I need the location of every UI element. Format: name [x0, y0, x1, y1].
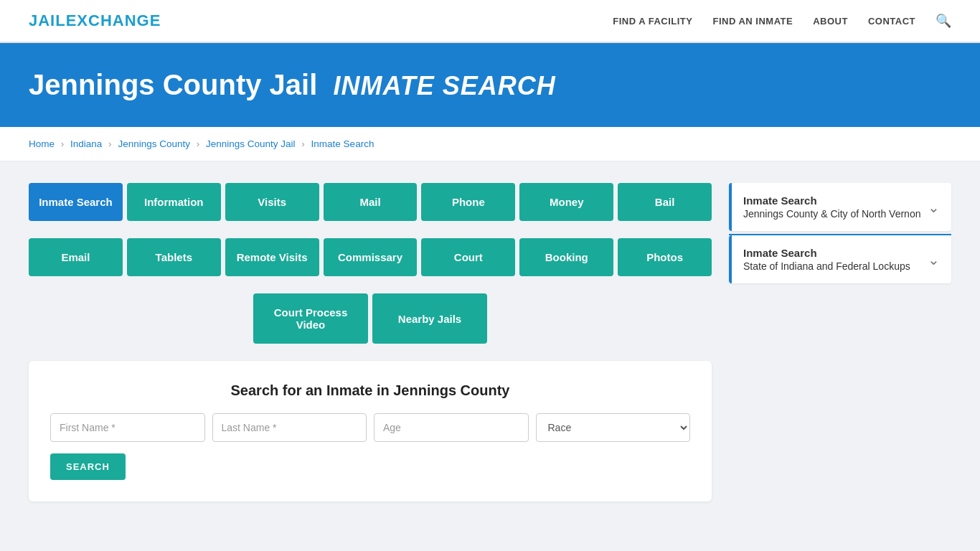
- sep2: ›: [108, 138, 112, 149]
- left-column: Inmate Search Information Visits Mail Ph…: [29, 183, 712, 501]
- race-select[interactable]: Race White Black Hispanic Asian Other: [536, 413, 691, 442]
- nav-about[interactable]: ABOUT: [813, 16, 848, 27]
- search-icon[interactable]: 🔍: [936, 13, 951, 29]
- right-sidebar: Inmate Search Jennings County & City of …: [729, 183, 951, 286]
- btn-bail[interactable]: Bail: [618, 183, 712, 221]
- btn-mail[interactable]: Mail: [324, 183, 418, 221]
- site-header: JAILEXCHANGE FIND A FACILITY FIND AN INM…: [0, 0, 980, 43]
- btn-phone[interactable]: Phone: [421, 183, 515, 221]
- nav-buttons-row2: Email Tablets Remote Visits Commissary C…: [29, 238, 712, 276]
- btn-commissary[interactable]: Commissary: [324, 238, 418, 276]
- btn-court[interactable]: Court: [421, 238, 515, 276]
- sep3: ›: [197, 138, 200, 149]
- nav-find-facility[interactable]: FIND A FACILITY: [613, 16, 692, 27]
- hero-title-sub: INMATE SEARCH: [334, 71, 556, 100]
- search-fields: Race White Black Hispanic Asian Other: [50, 413, 690, 442]
- sidebar-card-state-sub: State of Indiana and Federal Lockups: [743, 260, 910, 272]
- nav-buttons-row1: Inmate Search Information Visits Mail Ph…: [29, 183, 712, 221]
- btn-information[interactable]: Information: [127, 183, 221, 221]
- logo-jail: JAIL: [29, 11, 66, 29]
- btn-booking[interactable]: Booking: [519, 238, 613, 276]
- sidebar-card-local: Inmate Search Jennings County & City of …: [729, 183, 951, 231]
- nav-buttons-row3: Court Process Video Nearby Jails: [29, 293, 712, 344]
- breadcrumb-home[interactable]: Home: [29, 138, 55, 149]
- sidebar-card-state: Inmate Search State of Indiana and Feder…: [729, 235, 951, 283]
- btn-email[interactable]: Email: [29, 238, 123, 276]
- btn-nearby-jails[interactable]: Nearby Jails: [372, 293, 487, 344]
- site-logo[interactable]: JAILEXCHANGE: [29, 11, 161, 30]
- chevron-down-icon-2: ⌄: [928, 251, 940, 268]
- btn-remote-visits[interactable]: Remote Visits: [225, 238, 319, 276]
- logo-exchange: EXCHANGE: [66, 11, 161, 29]
- search-button[interactable]: SEARCH: [50, 453, 126, 480]
- breadcrumb-indiana[interactable]: Indiana: [70, 138, 102, 149]
- breadcrumb-jail[interactable]: Jennings County Jail: [206, 138, 296, 149]
- hero-title: Jennings County Jail INMATE SEARCH: [29, 69, 951, 101]
- last-name-input[interactable]: [212, 413, 367, 442]
- main-content: Inmate Search Information Visits Mail Ph…: [0, 161, 980, 523]
- hero-banner: Jennings County Jail INMATE SEARCH: [0, 43, 980, 127]
- first-name-input[interactable]: [50, 413, 205, 442]
- sidebar-card-state-header[interactable]: Inmate Search State of Indiana and Feder…: [732, 235, 951, 283]
- sidebar-card-state-main: Inmate Search: [743, 247, 910, 259]
- btn-court-process-video[interactable]: Court Process Video: [253, 293, 368, 344]
- btn-visits[interactable]: Visits: [225, 183, 319, 221]
- sep1: ›: [61, 138, 65, 149]
- sep4: ›: [301, 138, 305, 149]
- breadcrumb: Home › Indiana › Jennings County › Jenni…: [0, 127, 980, 161]
- breadcrumb-jennings[interactable]: Jennings County: [118, 138, 190, 149]
- nav-contact[interactable]: CONTACT: [868, 16, 915, 27]
- btn-money[interactable]: Money: [519, 183, 613, 221]
- btn-inmate-search[interactable]: Inmate Search: [29, 183, 123, 221]
- main-nav: FIND A FACILITY FIND AN INMATE ABOUT CON…: [613, 13, 951, 29]
- btn-photos[interactable]: Photos: [618, 238, 712, 276]
- chevron-down-icon-1: ⌄: [928, 199, 940, 216]
- nav-find-inmate[interactable]: FIND AN INMATE: [712, 16, 793, 27]
- age-input[interactable]: [374, 413, 529, 442]
- sidebar-card-state-title: Inmate Search State of Indiana and Feder…: [743, 247, 910, 272]
- sidebar-card-local-header[interactable]: Inmate Search Jennings County & City of …: [732, 183, 951, 231]
- search-title: Search for an Inmate in Jennings County: [50, 382, 690, 399]
- hero-title-main: Jennings County Jail: [29, 69, 317, 100]
- search-box: Search for an Inmate in Jennings County …: [29, 361, 712, 501]
- sidebar-card-local-title: Inmate Search Jennings County & City of …: [743, 194, 920, 220]
- breadcrumb-current: Inmate Search: [311, 138, 374, 149]
- sidebar-card-local-main: Inmate Search: [743, 194, 920, 207]
- btn-tablets[interactable]: Tablets: [127, 238, 221, 276]
- sidebar-card-local-sub: Jennings County & City of North Vernon: [743, 208, 920, 220]
